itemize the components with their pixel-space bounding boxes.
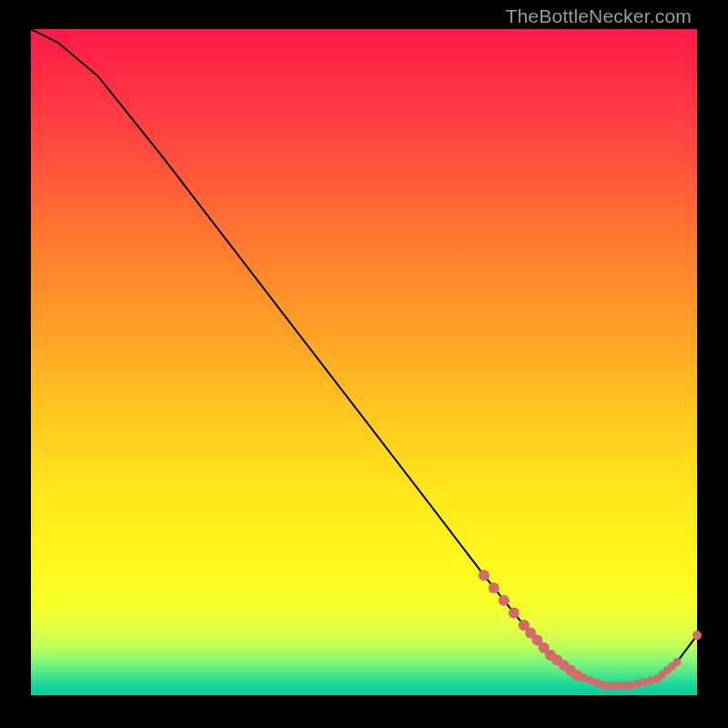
marker-group: [479, 570, 702, 689]
data-marker: [693, 631, 702, 640]
bottleneck-curve: [31, 29, 697, 685]
data-marker: [489, 582, 500, 593]
chart-stage: TheBottleNecker.com: [0, 0, 728, 728]
data-marker: [499, 595, 510, 606]
watermark-text: TheBottleNecker.com: [505, 5, 692, 27]
data-marker: [479, 570, 490, 581]
data-marker: [673, 658, 682, 666]
curve-group: [31, 29, 697, 685]
curve-svg: [31, 29, 697, 695]
plot-area: [31, 29, 697, 695]
data-marker: [509, 607, 520, 618]
